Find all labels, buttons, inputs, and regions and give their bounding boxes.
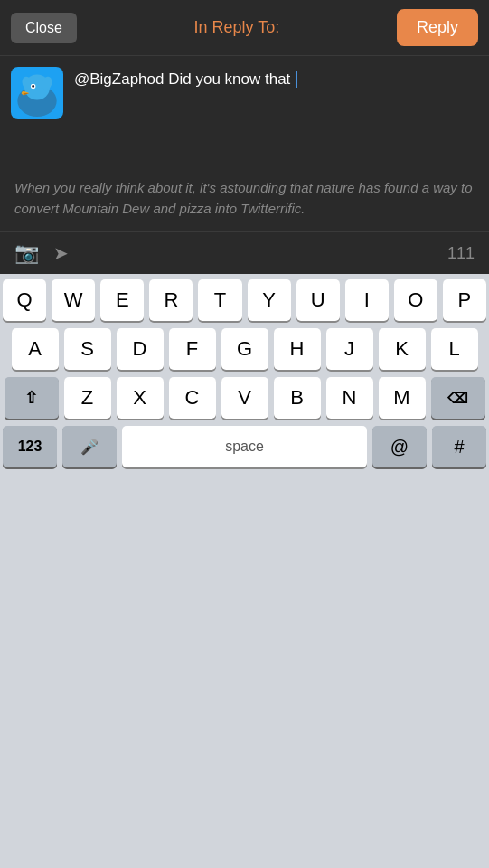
key-y[interactable]: Y bbox=[248, 279, 291, 321]
mic-key[interactable]: 🎤 bbox=[62, 426, 117, 467]
key-r[interactable]: R bbox=[149, 279, 193, 321]
header-title: In Reply To: bbox=[194, 18, 280, 37]
header: Close In Reply To: Reply bbox=[0, 0, 489, 56]
key-b[interactable]: B bbox=[274, 377, 321, 419]
hash-key[interactable]: # bbox=[432, 426, 486, 467]
toolbar: 📷 ➤ 111 bbox=[0, 231, 489, 274]
tweet-content: @BigZaphod Did you know that bbox=[74, 71, 295, 88]
close-button[interactable]: Close bbox=[11, 13, 77, 43]
tweet-compose: @BigZaphod Did you know that bbox=[0, 56, 489, 165]
key-u[interactable]: U bbox=[296, 279, 340, 321]
key-z[interactable]: Z bbox=[64, 377, 111, 419]
shift-key[interactable]: ⇧ bbox=[5, 377, 59, 419]
key-n[interactable]: N bbox=[326, 377, 373, 419]
char-count: 111 bbox=[447, 244, 475, 263]
quoted-tweet: When you really think about it, it's ast… bbox=[0, 165, 489, 231]
key-j[interactable]: J bbox=[326, 328, 373, 370]
key-f[interactable]: F bbox=[169, 328, 216, 370]
keyboard-row-3: ⇧ Z X C V B N M ⌫ bbox=[3, 377, 486, 419]
camera-icon[interactable]: 📷 bbox=[14, 241, 39, 265]
keyboard-row-4: 123 🎤 space @ # bbox=[3, 426, 486, 467]
key-o[interactable]: O bbox=[394, 279, 437, 321]
keyboard-row-2: A S D F G H J K L bbox=[3, 328, 486, 370]
compose-area: Close In Reply To: Reply @BigZaphod Did … bbox=[0, 0, 489, 274]
reply-button[interactable]: Reply bbox=[397, 9, 478, 46]
backspace-key[interactable]: ⌫ bbox=[431, 377, 485, 419]
key-w[interactable]: W bbox=[52, 279, 95, 321]
keyboard: Q W E R T Y U I O P A S D F G H J K L ⇧ … bbox=[0, 274, 489, 868]
key-p[interactable]: P bbox=[443, 279, 486, 321]
svg-point-5 bbox=[32, 85, 34, 88]
key-m[interactable]: M bbox=[379, 377, 426, 419]
keyboard-row-1: Q W E R T Y U I O P bbox=[3, 279, 486, 321]
at-key[interactable]: @ bbox=[372, 426, 427, 467]
key-e[interactable]: E bbox=[100, 279, 144, 321]
avatar bbox=[11, 67, 63, 119]
key-k[interactable]: K bbox=[379, 328, 426, 370]
key-h[interactable]: H bbox=[274, 328, 321, 370]
key-v[interactable]: V bbox=[221, 377, 268, 419]
numbers-key[interactable]: 123 bbox=[3, 426, 57, 467]
key-d[interactable]: D bbox=[117, 328, 164, 370]
key-i[interactable]: I bbox=[345, 279, 389, 321]
key-a[interactable]: A bbox=[12, 328, 59, 370]
key-g[interactable]: G bbox=[221, 328, 268, 370]
key-s[interactable]: S bbox=[64, 328, 111, 370]
key-l[interactable]: L bbox=[431, 328, 478, 370]
space-key[interactable]: space bbox=[122, 426, 367, 467]
location-icon[interactable]: ➤ bbox=[53, 242, 69, 264]
text-cursor bbox=[296, 71, 297, 88]
key-c[interactable]: C bbox=[169, 377, 216, 419]
tweet-text[interactable]: @BigZaphod Did you know that bbox=[74, 67, 478, 154]
key-t[interactable]: T bbox=[198, 279, 241, 321]
key-x[interactable]: X bbox=[117, 377, 164, 419]
key-q[interactable]: Q bbox=[3, 279, 46, 321]
